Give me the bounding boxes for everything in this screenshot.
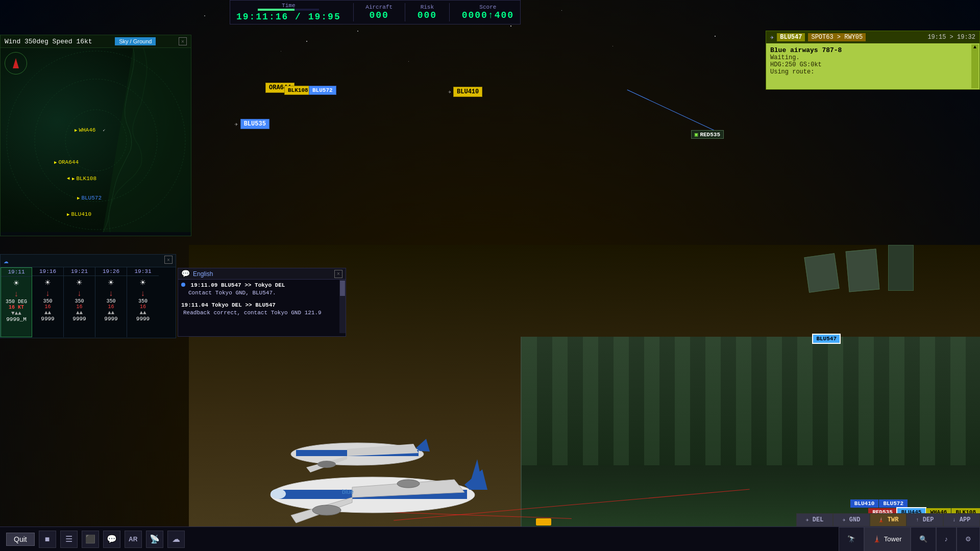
hud-risk: Risk 000 bbox=[418, 4, 437, 20]
weather-cloud-icon: ☁ bbox=[4, 256, 9, 266]
weather-sun-1: ☀ bbox=[32, 276, 63, 289]
weather-deg-3: 350 bbox=[95, 298, 127, 304]
ground-vehicle bbox=[536, 518, 551, 525]
wind-info: Wind 350deg Speed 16kt bbox=[5, 38, 92, 45]
weather-col-1: 19:16 ☀ ↓ 350 16 ▲▲ 9999 bbox=[32, 267, 64, 337]
taskbar-cloud-btn[interactable]: ☁ bbox=[167, 531, 185, 548]
taskbar-binoculars-btn[interactable]: 🔭 bbox=[839, 527, 864, 552]
blu547-label-bottom[interactable]: BLU547 bbox=[813, 335, 840, 343]
taskbar-settings-btn[interactable]: ⚙ bbox=[957, 527, 980, 552]
tower-label: Tower bbox=[884, 535, 902, 543]
weather-arrows-2: ▲▲ bbox=[64, 310, 95, 316]
comm-header: 💬 English × bbox=[178, 268, 346, 280]
binoculars-icon: 🔭 bbox=[847, 535, 855, 543]
taskbar-window-btn[interactable]: ■ bbox=[39, 531, 56, 548]
atc-status-2: HDG:250 GS:0kt bbox=[770, 61, 975, 68]
weather-close-button[interactable]: × bbox=[164, 256, 173, 264]
comm-dot-0 bbox=[181, 283, 185, 287]
comm-close-button[interactable]: × bbox=[334, 270, 342, 278]
hud-divider-1 bbox=[353, 3, 354, 21]
time-value: 19:11:16 / 19:95 bbox=[236, 12, 341, 22]
weather-sun-0: ☀ bbox=[1, 277, 32, 290]
mode-tab-gnd[interactable]: ✈ GND bbox=[833, 513, 870, 527]
svg-point-7 bbox=[271, 489, 286, 499]
blu572-label[interactable]: BLU572 bbox=[309, 86, 336, 95]
radar-close-button[interactable]: × bbox=[179, 37, 187, 45]
weather-kt-3: 16 bbox=[95, 304, 127, 310]
weather-header: ☁ × bbox=[1, 255, 176, 267]
ac-blu410[interactable]: BLU410 bbox=[850, 499, 879, 508]
radar-panel-header: Wind 350deg Speed 16kt Sky / Ground × bbox=[1, 35, 191, 48]
mode-tab-app[interactable]: ↓ APP bbox=[943, 513, 980, 527]
weather-m-2: 9999 bbox=[64, 316, 95, 322]
hud-divider-2 bbox=[405, 3, 405, 21]
radar-map[interactable]: WHA46 ↙ ORA644 ◀ BLK108 BLU572 BLU410 bbox=[1, 48, 191, 232]
atc-scroll-up-arrow[interactable]: ▲ bbox=[973, 44, 976, 50]
blu535-label[interactable]: ✈ BLU535 bbox=[235, 119, 270, 129]
weather-sun-3: ☀ bbox=[95, 276, 127, 289]
weather-m-1: 9999 bbox=[32, 316, 63, 322]
tower-icon: 🗼 bbox=[873, 535, 881, 543]
weather-kt-2: 16 bbox=[64, 304, 95, 310]
radar-blu410[interactable]: BLU410 bbox=[67, 211, 91, 217]
weather-wind-1: ↓ bbox=[32, 289, 63, 298]
hud-divider-3 bbox=[449, 3, 450, 21]
radar-ora644[interactable]: ORA644 bbox=[54, 159, 79, 165]
ac-empty-2 bbox=[944, 499, 980, 508]
radar-blu572[interactable]: BLU572 bbox=[77, 195, 102, 201]
weather-kt-4: 16 bbox=[127, 304, 159, 310]
music-icon: ♪ bbox=[945, 535, 948, 543]
sky-ground-button[interactable]: Sky / Ground bbox=[115, 37, 156, 45]
comm-language-button[interactable]: English bbox=[193, 270, 213, 278]
atc-callsign[interactable]: BLU547 bbox=[777, 33, 805, 41]
terminal-glass bbox=[522, 337, 980, 465]
risk-label: Risk bbox=[421, 4, 434, 10]
taskbar-tower-btn[interactable]: 🗼 Tower bbox=[864, 527, 911, 552]
taskbar-search-btn[interactable]: 🔍 bbox=[911, 527, 936, 552]
radar-wha46-arrow: ↙ bbox=[103, 127, 105, 133]
ac-blu572[interactable]: BLU572 bbox=[879, 499, 908, 508]
blk108-label[interactable]: BLK108 bbox=[284, 86, 312, 95]
atc-route: SPOT63 > RWY05 bbox=[808, 33, 866, 41]
taskbar-radio-btn[interactable]: 📡 bbox=[146, 531, 163, 548]
taskbar-list-btn[interactable]: ⬛ bbox=[82, 531, 99, 548]
atc-time-range: 19:15 > 19:32 bbox=[927, 34, 975, 41]
quit-button[interactable]: Quit bbox=[6, 533, 35, 546]
aircraft-row-1: BLU410 BLU572 bbox=[745, 499, 980, 508]
mode-tab-dep[interactable]: ↑ DEP bbox=[906, 513, 943, 527]
weather-arrows-1: ▲▲ bbox=[32, 310, 63, 316]
hud-score: Score 0000↑400 bbox=[462, 4, 514, 20]
taskbar-chat-btn[interactable]: 💬 bbox=[103, 531, 120, 548]
aircraft-label: Aircraft bbox=[365, 4, 393, 10]
search-icon: 🔍 bbox=[919, 535, 927, 543]
comm-scrollbar[interactable] bbox=[339, 280, 346, 333]
score-label: Score bbox=[479, 4, 496, 10]
weather-wind-0: ↓ bbox=[1, 290, 32, 299]
taskbar-menu-btn[interactable]: ☰ bbox=[60, 531, 78, 548]
comm-icon: 💬 bbox=[181, 269, 190, 278]
radar-wha46[interactable]: WHA46 bbox=[75, 127, 95, 133]
mode-tab-del[interactable]: ✈ DEL bbox=[796, 513, 833, 527]
radar-blk108[interactable]: BLK108 bbox=[72, 176, 96, 182]
jetway-3 bbox=[888, 245, 914, 291]
taskbar-ar-btn[interactable]: AR bbox=[125, 531, 142, 548]
mode-tab-twr[interactable]: 🗼 TWR bbox=[870, 513, 906, 527]
hud-aircraft: Aircraft 000 bbox=[365, 4, 393, 20]
hud-bar: Time 19:11:16 / 19:95 Aircraft 000 Risk … bbox=[230, 0, 521, 24]
svg-point-5 bbox=[312, 505, 341, 515]
ac-empty-1 bbox=[908, 499, 944, 508]
red535-label[interactable]: ▣ RED535 bbox=[691, 130, 724, 139]
time-bar-fill bbox=[258, 9, 295, 11]
atc-body: Blue airways 787-8 Waiting. HDG:250 GS:0… bbox=[766, 43, 979, 89]
hud-time: Time 19:11:16 / 19:95 bbox=[236, 3, 341, 22]
jetway bbox=[846, 249, 880, 292]
atc-scrollbar[interactable]: ▲ bbox=[971, 44, 978, 88]
weather-sun-4: ☀ bbox=[127, 276, 159, 289]
weather-col-4: 19:31 ☀ ↓ 350 16 ▲▲ 9999 bbox=[127, 267, 159, 337]
blu410-label[interactable]: ✈ BLU410 bbox=[448, 87, 482, 97]
taskbar-music-btn[interactable]: ♪ bbox=[936, 527, 957, 552]
weather-kt-0: 16 KT bbox=[1, 305, 32, 310]
weather-deg-2: 350 bbox=[64, 298, 95, 304]
weather-content: 19:11 ☀ ↓ 350 DEG 16 KT ▼▲▲ 9999_M 19:16… bbox=[1, 267, 176, 337]
jetway-2 bbox=[804, 253, 839, 293]
